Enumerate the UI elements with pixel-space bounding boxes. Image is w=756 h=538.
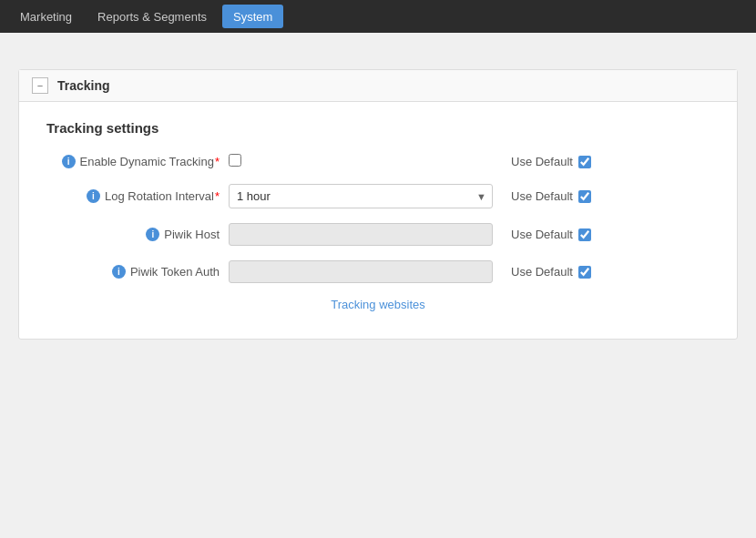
use-default-label-piwik-token-auth: Use Default xyxy=(511,265,573,279)
label-piwik-token-auth: Piwik Token Auth xyxy=(130,265,220,279)
use-default-checkbox-enable-dynamic-tracking[interactable] xyxy=(578,156,591,168)
card-body: Tracking settings i Enable Dynamic Track… xyxy=(19,102,737,339)
info-icon-enable-dynamic-tracking[interactable]: i xyxy=(62,155,76,168)
label-log-rotation-interval: Log Rotation Interval xyxy=(105,189,214,203)
card-header: − Tracking xyxy=(19,70,737,102)
label-area-piwik-host: i Piwik Host xyxy=(46,228,229,241)
input-piwik-host[interactable] xyxy=(229,223,493,246)
control-enable-dynamic-tracking xyxy=(229,154,493,169)
field-row-piwik-host: i Piwik Host Use Default xyxy=(46,223,710,246)
label-area-piwik-token-auth: i Piwik Token Auth xyxy=(46,265,229,279)
control-log-rotation-interval: 1 hour 2 hours 6 hours 12 hours 24 hours… xyxy=(229,184,493,208)
label-enable-dynamic-tracking: Enable Dynamic Tracking xyxy=(80,155,214,168)
use-default-area-piwik-token-auth: Use Default xyxy=(511,265,629,279)
nav-item-reports-segments[interactable]: Reports & Segments xyxy=(85,0,220,33)
control-piwik-host xyxy=(229,223,493,246)
field-row-log-rotation-interval: i Log Rotation Interval * 1 hour 2 hours… xyxy=(46,184,710,208)
info-icon-piwik-token-auth[interactable]: i xyxy=(112,265,126,279)
required-star-enable-dynamic-tracking: * xyxy=(215,155,220,168)
label-piwik-host: Piwik Host xyxy=(164,228,220,241)
collapse-button[interactable]: − xyxy=(32,77,48,94)
select-wrap-log-rotation-interval: 1 hour 2 hours 6 hours 12 hours 24 hours… xyxy=(229,184,493,208)
card-title: Tracking xyxy=(57,78,110,93)
label-area-enable-dynamic-tracking: i Enable Dynamic Tracking * xyxy=(46,155,229,168)
label-area-log-rotation-interval: i Log Rotation Interval * xyxy=(46,189,229,203)
info-icon-log-rotation-interval[interactable]: i xyxy=(87,189,100,203)
tracking-link-row: Tracking websites xyxy=(46,298,710,311)
checkbox-enable-dynamic-tracking[interactable] xyxy=(229,154,241,167)
page-background: − Tracking Tracking settings i Enable Dy… xyxy=(0,33,756,538)
info-icon-piwik-host[interactable]: i xyxy=(146,228,159,241)
use-default-checkbox-log-rotation-interval[interactable] xyxy=(578,190,591,203)
use-default-area-log-rotation-interval: Use Default xyxy=(511,189,629,203)
input-piwik-token-auth[interactable] xyxy=(229,260,493,283)
field-row-enable-dynamic-tracking: i Enable Dynamic Tracking * Use Default xyxy=(46,154,710,169)
nav-item-system[interactable]: System xyxy=(222,5,283,28)
tracking-websites-link[interactable]: Tracking websites xyxy=(331,298,425,311)
use-default-label-piwik-host: Use Default xyxy=(511,228,573,241)
navbar: Marketing Reports & Segments System xyxy=(0,0,756,33)
use-default-area-piwik-host: Use Default xyxy=(511,228,629,241)
use-default-label-enable-dynamic-tracking: Use Default xyxy=(511,155,573,168)
use-default-checkbox-piwik-token-auth[interactable] xyxy=(578,266,591,279)
tracking-card: − Tracking Tracking settings i Enable Dy… xyxy=(18,69,738,340)
section-title: Tracking settings xyxy=(46,120,710,136)
control-piwik-token-auth xyxy=(229,260,493,283)
nav-item-marketing[interactable]: Marketing xyxy=(7,0,85,33)
collapse-icon: − xyxy=(37,80,43,91)
use-default-label-log-rotation-interval: Use Default xyxy=(511,189,573,203)
use-default-area-enable-dynamic-tracking: Use Default xyxy=(511,155,629,168)
select-log-rotation-interval[interactable]: 1 hour 2 hours 6 hours 12 hours 24 hours xyxy=(229,184,493,208)
use-default-checkbox-piwik-host[interactable] xyxy=(578,228,591,241)
required-star-log-rotation-interval: * xyxy=(215,189,220,203)
field-row-piwik-token-auth: i Piwik Token Auth Use Default xyxy=(46,260,710,283)
